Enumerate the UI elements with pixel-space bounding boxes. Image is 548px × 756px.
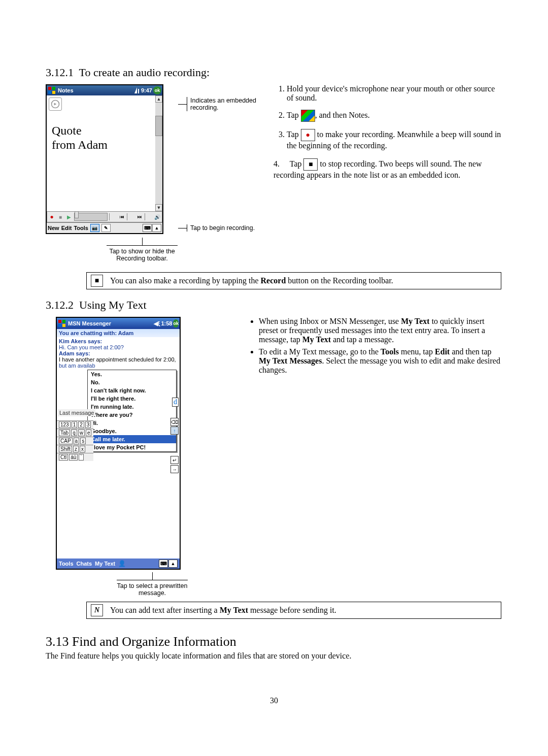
mytext-option[interactable]: Yes.: [88, 370, 176, 378]
ok-button[interactable]: ok: [153, 86, 161, 94]
kb-key[interactable]: Ctl: [59, 454, 68, 461]
play-button[interactable]: ▶: [65, 213, 73, 220]
callout-embedded-recording: Indicates an embedded recording.: [187, 97, 261, 111]
kb-key[interactable]: Shift: [59, 446, 72, 452]
kb-key[interactable]: Tab: [59, 430, 70, 436]
start-menu-icon[interactable]: [48, 86, 56, 94]
handwriting-line-2: from Adam: [52, 138, 153, 151]
kb-key[interactable]: 1: [72, 421, 78, 428]
kb-key[interactable]: 123: [59, 421, 71, 428]
signal-icon: [133, 86, 141, 94]
record-icon: ●: [301, 129, 315, 141]
tip-text: You can also make a recording by tapping…: [110, 276, 393, 285]
heading-title: Find and Organize Information: [72, 634, 236, 649]
kb-row[interactable]: Tab q w e: [57, 429, 93, 437]
kb-key[interactable]: `: [79, 454, 83, 461]
menu-my-text[interactable]: My Text: [95, 561, 115, 567]
mytext-option[interactable]: I love my Pocket PC!: [88, 443, 176, 451]
progress-slider[interactable]: [74, 213, 108, 221]
backspace-icon[interactable]: ⌫: [170, 418, 179, 426]
scrollbar-thumb[interactable]: [155, 116, 162, 136]
menu-new[interactable]: New: [48, 225, 59, 231]
sip-keyboard-icon[interactable]: ⌨: [159, 560, 168, 568]
kb-key[interactable]: CAP: [59, 438, 73, 444]
toolbar-separator: [109, 213, 117, 220]
volume-button[interactable]: 🔊: [154, 213, 161, 220]
kb-key[interactable]: z: [73, 446, 79, 452]
kb-key[interactable]: s: [80, 438, 86, 444]
bold: My Text: [401, 317, 429, 325]
svg-rect-8: [58, 324, 61, 327]
bt: and then tap: [450, 347, 491, 356]
mytext-option[interactable]: No.: [88, 378, 176, 386]
bt: When using Inbox or MSN Messenger, use: [259, 317, 401, 325]
menu-edit[interactable]: Edit: [61, 225, 72, 231]
kb-row[interactable]: CAP a s: [57, 437, 93, 445]
notes-canvas[interactable]: ▲ ▼ Quote from Adam: [47, 95, 162, 211]
kb-key[interactable]: q: [71, 430, 77, 436]
sip-up-arrow[interactable]: ▲: [168, 560, 178, 568]
step-3-text-a: Tap: [287, 130, 299, 139]
kb-key[interactable]: x: [80, 446, 85, 452]
heading-3-12-1: 3.12.1 To create an audio recording:: [46, 66, 502, 79]
signal-icon: ◀ξ: [154, 320, 160, 327]
right-key-icon[interactable]: ↑: [170, 426, 179, 435]
bold: My Text: [302, 335, 331, 344]
mytext-option[interactable]: I'll be right there.: [88, 395, 176, 403]
kb-key[interactable]: w: [78, 430, 85, 436]
skip-forward-button[interactable]: ⏭: [136, 213, 143, 220]
ok-button[interactable]: ok: [173, 319, 179, 327]
skip-back-button[interactable]: ⏮: [118, 213, 125, 220]
sip-up-arrow[interactable]: ▲: [152, 224, 161, 232]
chat-line-adam-2: but am availab: [59, 363, 95, 369]
heading-number: 3.13: [46, 634, 69, 649]
toolbar-pen-icon[interactable]: ✎: [101, 224, 111, 232]
kb-key[interactable]: 3: [85, 421, 91, 428]
callout-show-hide-toolbar: Tap to show or hide the Recording toolba…: [107, 245, 178, 262]
svg-rect-7: [62, 320, 65, 323]
menu-tools[interactable]: Tools: [74, 225, 88, 231]
tip-bold: My Text: [220, 606, 248, 614]
enter-key-icon[interactable]: ↵: [170, 456, 179, 464]
svg-rect-4: [138, 89, 139, 93]
bt: and tap a message.: [331, 335, 394, 344]
kb-row[interactable]: 123 1 2 3: [57, 420, 93, 429]
sip-keyboard-icon[interactable]: ⌨: [143, 224, 152, 232]
tip-note-icon: N: [91, 604, 103, 616]
svg-rect-9: [62, 324, 65, 327]
svg-rect-3: [52, 91, 55, 94]
kb-row[interactable]: Ctl áü `: [57, 453, 93, 461]
kb-key[interactable]: 2: [78, 421, 84, 428]
arrow-right-icon[interactable]: →: [170, 465, 179, 473]
menu-chats[interactable]: Chats: [77, 561, 92, 567]
start-menu-icon[interactable]: [58, 319, 66, 327]
heading-title: Using My Text: [79, 299, 147, 311]
mytext-option[interactable]: Hi.: [88, 419, 176, 427]
record-button[interactable]: ●: [48, 213, 55, 220]
scroll-up-button[interactable]: ▲: [155, 95, 162, 103]
scroll-down-button[interactable]: ▼: [155, 204, 162, 211]
stop-icon: ■: [303, 158, 318, 171]
mytext-option[interactable]: I can't talk right now.: [88, 386, 176, 395]
menu-tools[interactable]: Tools: [59, 561, 74, 567]
kb-key[interactable]: a: [74, 438, 80, 444]
kb-key[interactable]: áü: [69, 454, 78, 461]
mytext-option[interactable]: I'm running late.: [88, 403, 176, 411]
step-2-text-a: Tap: [287, 111, 299, 119]
bold: Edit: [435, 347, 450, 356]
kb-row[interactable]: Shift z x: [57, 445, 93, 453]
kb-key[interactable]: e: [86, 430, 92, 436]
chat-banner: You are chatting with: Adam: [57, 329, 180, 337]
msn-buddy-icon[interactable]: 👤: [118, 560, 126, 567]
embedded-recording-icon[interactable]: [49, 97, 62, 111]
mytext-option-highlighted[interactable]: Call me later.: [88, 435, 176, 443]
stop-button[interactable]: ■: [57, 213, 64, 220]
toolbar-camera-icon[interactable]: 📷: [90, 224, 99, 232]
mytext-option[interactable]: Goodbye.: [88, 427, 176, 435]
mytext-option[interactable]: Where are you?: [88, 411, 176, 419]
heading-number: 3.12.2: [46, 299, 74, 311]
chat-transcript: Kim Akers says: Hi. Can you meet at 2:00…: [57, 337, 180, 370]
tip-box-mytext: N You can add text after inserting a My …: [86, 602, 501, 619]
heading-3-12-2: 3.12.2 Using My Text: [46, 299, 502, 312]
step-1-text: Hold your device's microphone near your …: [287, 84, 495, 102]
